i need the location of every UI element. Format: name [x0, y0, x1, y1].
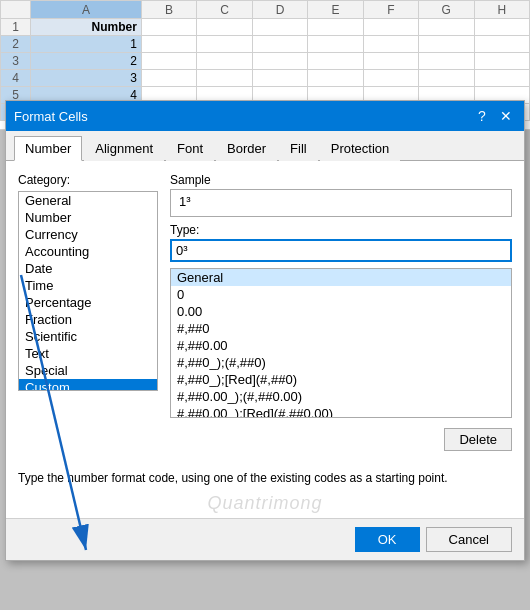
cell-a[interactable]: 2 [31, 53, 142, 70]
dialog-title: Format Cells [14, 109, 88, 124]
format-item[interactable]: #,##0_);(#,##0) [171, 354, 511, 371]
category-item-percentage[interactable]: Percentage [19, 294, 157, 311]
cell-b[interactable] [141, 70, 196, 87]
cell-f[interactable] [363, 70, 418, 87]
category-item-scientific[interactable]: Scientific [19, 328, 157, 345]
type-label: Type: [170, 223, 512, 237]
cell-d[interactable] [252, 70, 307, 87]
category-section: Category: GeneralNumberCurrencyAccountin… [18, 173, 158, 451]
ss-col-b-header[interactable]: B [141, 1, 196, 19]
tab-fill[interactable]: Fill [279, 136, 318, 161]
cell-a[interactable]: 1 [31, 36, 142, 53]
ok-button[interactable]: OK [355, 527, 420, 552]
row-header[interactable]: 1 [1, 19, 31, 36]
format-item[interactable]: #,##0.00_);[Red](#,##0.00) [171, 405, 511, 418]
cell-f[interactable] [363, 53, 418, 70]
tab-border[interactable]: Border [216, 136, 277, 161]
cell-c[interactable] [197, 36, 252, 53]
delete-button[interactable]: Delete [444, 428, 512, 451]
cell-g[interactable] [419, 19, 474, 36]
cell-e[interactable] [308, 36, 363, 53]
dialog-tabs: NumberAlignmentFontBorderFillProtection [6, 131, 524, 161]
ss-col-e-header[interactable]: E [308, 1, 363, 19]
cell-d[interactable] [252, 19, 307, 36]
category-listbox[interactable]: GeneralNumberCurrencyAccountingDateTimeP… [18, 191, 158, 391]
tab-font[interactable]: Font [166, 136, 214, 161]
description-text: Type the number format code, using one o… [6, 463, 524, 489]
category-item-general[interactable]: General [19, 192, 157, 209]
row-header[interactable]: 3 [1, 53, 31, 70]
category-label: Category: [18, 173, 158, 187]
category-item-number[interactable]: Number [19, 209, 157, 226]
cell-d[interactable] [252, 36, 307, 53]
right-section: Sample 1³ Type: General00.00#,##0#,##0.0… [170, 173, 512, 451]
category-item-date[interactable]: Date [19, 260, 157, 277]
cell-f[interactable] [363, 36, 418, 53]
type-section: Type: [170, 223, 512, 262]
sample-section: Sample 1³ [170, 173, 512, 217]
cell-g[interactable] [419, 53, 474, 70]
ss-col-g-header[interactable]: G [419, 1, 474, 19]
table-row: 43 [1, 70, 530, 87]
cell-b[interactable] [141, 36, 196, 53]
cell-d[interactable] [252, 53, 307, 70]
cell-h[interactable] [474, 53, 530, 70]
cell-g[interactable] [419, 70, 474, 87]
cell-g[interactable] [419, 36, 474, 53]
table-row: 1Number [1, 19, 530, 36]
type-input[interactable] [170, 239, 512, 262]
ss-col-d-header[interactable]: D [252, 1, 307, 19]
ss-col-f-header[interactable]: F [363, 1, 418, 19]
format-item[interactable]: 0 [171, 286, 511, 303]
category-item-currency[interactable]: Currency [19, 226, 157, 243]
cell-b[interactable] [141, 19, 196, 36]
cell-f[interactable] [363, 19, 418, 36]
ss-col-a-header[interactable]: A [31, 1, 142, 19]
format-listbox[interactable]: General00.00#,##0#,##0.00#,##0_);(#,##0)… [170, 268, 512, 418]
cell-a[interactable]: 3 [31, 70, 142, 87]
cell-e[interactable] [308, 19, 363, 36]
tab-alignment[interactable]: Alignment [84, 136, 164, 161]
ss-corner-header [1, 1, 31, 19]
format-item[interactable]: 0.00 [171, 303, 511, 320]
cell-e[interactable] [308, 53, 363, 70]
format-item[interactable]: #,##0_);[Red](#,##0) [171, 371, 511, 388]
help-button[interactable]: ? [472, 106, 492, 126]
delete-btn-row: Delete [170, 428, 512, 451]
cancel-button[interactable]: Cancel [426, 527, 512, 552]
cell-c[interactable] [197, 19, 252, 36]
category-item-text[interactable]: Text [19, 345, 157, 362]
cell-h[interactable] [474, 19, 530, 36]
category-item-accounting[interactable]: Accounting [19, 243, 157, 260]
dialog-footer: OK Cancel [6, 518, 524, 560]
tab-number[interactable]: Number [14, 136, 82, 161]
cell-c[interactable] [197, 70, 252, 87]
format-item[interactable]: General [171, 269, 511, 286]
format-item[interactable]: #,##0.00_);(#,##0.00) [171, 388, 511, 405]
close-button[interactable]: ✕ [496, 106, 516, 126]
row-header[interactable]: 2 [1, 36, 31, 53]
sample-label: Sample [170, 173, 512, 187]
sample-value: 1³ [170, 189, 512, 217]
main-layout: Category: GeneralNumberCurrencyAccountin… [18, 173, 512, 451]
category-item-fraction[interactable]: Fraction [19, 311, 157, 328]
row-header[interactable]: 4 [1, 70, 31, 87]
cell-e[interactable] [308, 70, 363, 87]
format-item[interactable]: #,##0.00 [171, 337, 511, 354]
table-row: 21 [1, 36, 530, 53]
cell-b[interactable] [141, 53, 196, 70]
format-item[interactable]: #,##0 [171, 320, 511, 337]
table-row: 32 [1, 53, 530, 70]
titlebar-controls: ? ✕ [472, 106, 516, 126]
category-item-time[interactable]: Time [19, 277, 157, 294]
cell-c[interactable] [197, 53, 252, 70]
dialog-body: Category: GeneralNumberCurrencyAccountin… [6, 161, 524, 463]
cell-h[interactable] [474, 70, 530, 87]
ss-col-h-header[interactable]: H [474, 1, 530, 19]
cell-a[interactable]: Number [31, 19, 142, 36]
ss-col-c-header[interactable]: C [197, 1, 252, 19]
tab-protection[interactable]: Protection [320, 136, 401, 161]
category-item-custom[interactable]: Custom [19, 379, 157, 391]
category-item-special[interactable]: Special [19, 362, 157, 379]
cell-h[interactable] [474, 36, 530, 53]
